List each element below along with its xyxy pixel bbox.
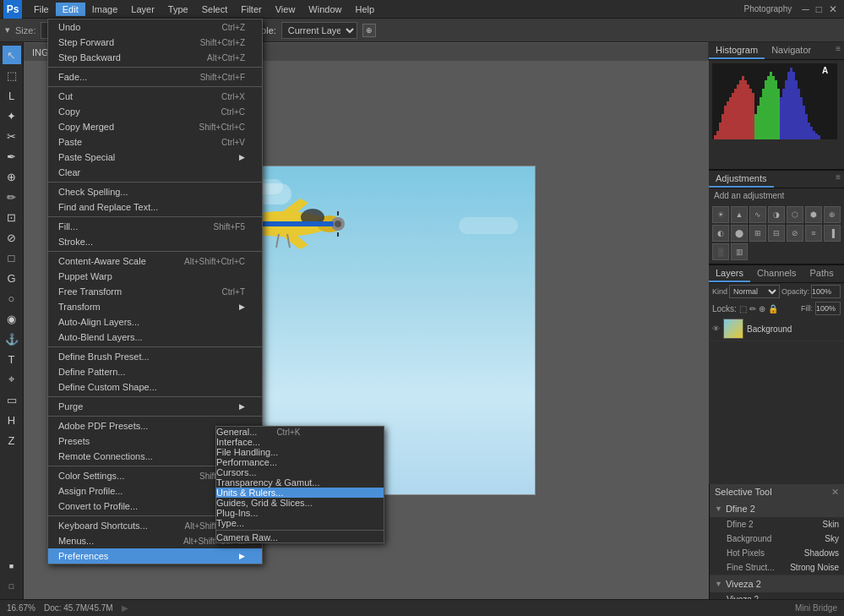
adjustments-options-btn[interactable]: ≡ — [832, 171, 844, 188]
menu-transform[interactable]: Transform ▶ — [48, 299, 262, 314]
menu-type[interactable]: Type — [161, 3, 195, 16]
tool-gradient[interactable]: G — [3, 269, 21, 287]
viveza2-header[interactable]: ▼ Viveza 2 — [710, 575, 844, 592]
menu-preferences[interactable]: Preferences ▶ — [48, 548, 262, 564]
restore-btn[interactable]: □ — [813, 3, 825, 15]
menu-undo[interactable]: Undo Ctrl+Z — [48, 19, 262, 35]
menu-copy[interactable]: Copy Ctrl+C — [48, 104, 262, 119]
tool-blur[interactable]: ○ — [3, 289, 21, 308]
tab-adjustments[interactable]: Adjustments — [709, 171, 774, 188]
levels-adj[interactable]: ▲ — [731, 206, 748, 223]
exposure-adj[interactable]: ◑ — [768, 206, 785, 223]
menu-layer[interactable]: Layer — [124, 3, 161, 16]
tab-channels[interactable]: Channels — [750, 265, 803, 282]
tool-healpatch[interactable]: ⊕ — [3, 167, 21, 186]
menu-auto-blend[interactable]: Auto-Blend Layers... — [48, 330, 262, 345]
tool-dodge[interactable]: ◉ — [3, 309, 21, 328]
tool-path[interactable]: ⌖ — [3, 370, 21, 389]
menu-paste[interactable]: Paste Ctrl+V — [48, 134, 262, 150]
threshold-adj[interactable]: ▐ — [824, 225, 841, 242]
tool-shape[interactable]: ▭ — [3, 390, 21, 409]
tool-eraser[interactable]: □ — [3, 248, 21, 267]
opacity-input[interactable] — [811, 285, 841, 298]
tab-histogram[interactable]: Histogram — [709, 42, 765, 59]
menu-free-transform[interactable]: Free Transform Ctrl+T — [48, 284, 262, 299]
tab-layers[interactable]: Layers — [709, 265, 750, 282]
tool-quickselect[interactable]: ✦ — [3, 106, 21, 125]
menu-purge[interactable]: Purge ▶ — [48, 399, 262, 414]
healing-mode-btn[interactable]: ⊕ — [362, 24, 376, 37]
menu-select[interactable]: Select — [195, 3, 235, 16]
tool-zoom[interactable]: Z — [3, 431, 21, 450]
menu-clear[interactable]: Clear — [48, 165, 262, 180]
menu-step-forward[interactable]: Step Forward Shift+Ctrl+Z — [48, 35, 262, 50]
menu-window[interactable]: Window — [302, 3, 348, 16]
menu-define-brush[interactable]: Define Brush Preset... — [48, 349, 262, 364]
pref-performance[interactable]: Performance... — [216, 457, 384, 467]
blend-mode-select[interactable]: Normal — [729, 285, 780, 298]
lock-all-btn[interactable]: 🔒 — [768, 304, 778, 313]
pref-units-rulers[interactable]: Units & Rulers... — [216, 488, 384, 498]
pref-guides-grid-slices[interactable]: Guides, Grid & Slices... — [216, 498, 384, 508]
tool-lasso[interactable]: L — [3, 86, 21, 105]
selectivecolor-adj[interactable]: ▥ — [731, 243, 748, 260]
histogram-options-btn[interactable]: ≡ — [832, 42, 844, 59]
menu-filter[interactable]: Filter — [234, 3, 268, 16]
menu-auto-align[interactable]: Auto-Align Layers... — [48, 314, 262, 330]
layer-row-1[interactable]: 👁 Background — [709, 317, 844, 341]
lock-transparent-btn[interactable]: ⬚ — [739, 304, 747, 313]
photofilter-adj[interactable]: ⬤ — [731, 225, 748, 242]
pref-camera-raw[interactable]: Camera Raw... — [216, 532, 384, 542]
colorlookup-adj[interactable]: ⊟ — [768, 225, 785, 242]
minimize-btn[interactable]: ─ — [798, 3, 813, 15]
tool-clone[interactable]: ⊡ — [3, 208, 21, 226]
menu-find-replace[interactable]: Find and Replace Text... — [48, 199, 262, 215]
brightness-contrast-adj[interactable]: ☀ — [712, 206, 729, 223]
gradient-adj[interactable]: ░ — [712, 243, 729, 260]
close-btn[interactable]: ✕ — [825, 3, 841, 15]
menu-content-aware-scale[interactable]: Content-Aware Scale Alt+Shift+Ctrl+C — [48, 253, 262, 269]
channelmixer-adj[interactable]: ⊞ — [749, 225, 766, 242]
menu-file[interactable]: File — [27, 3, 56, 16]
pref-cursors[interactable]: Cursors... — [216, 467, 384, 477]
lock-position-btn[interactable]: ⊕ — [759, 304, 765, 313]
bw-adj[interactable]: ◐ — [712, 225, 729, 242]
tool-foreground-color[interactable]: ■ — [3, 557, 21, 575]
menu-step-backward[interactable]: Step Backward Alt+Ctrl+Z — [48, 50, 262, 65]
posterize-adj[interactable]: ≡ — [805, 225, 822, 242]
tool-crop[interactable]: ✂ — [3, 127, 21, 145]
menu-copy-merged[interactable]: Copy Merged Shift+Ctrl+C — [48, 119, 262, 134]
menu-help[interactable]: Help — [348, 3, 381, 16]
menu-puppet-warp[interactable]: Puppet Warp — [48, 269, 262, 284]
menu-check-spelling[interactable]: Check Spelling... — [48, 184, 262, 199]
pref-interface[interactable]: Interface... — [216, 437, 384, 447]
tool-move[interactable]: ↖ — [3, 46, 21, 64]
menu-cut[interactable]: Cut Ctrl+X — [48, 89, 262, 104]
menu-edit[interactable]: Edit — [56, 3, 85, 16]
invert-adj[interactable]: ⊘ — [787, 225, 803, 242]
dfine2-header[interactable]: ▼ Dfine 2 — [710, 500, 844, 517]
hsl-adj[interactable]: ⬢ — [805, 206, 822, 223]
tool-pen[interactable]: ⚓ — [3, 330, 21, 348]
menu-image[interactable]: Image — [85, 3, 125, 16]
lock-pixels-btn[interactable]: ✏ — [749, 304, 756, 313]
layers-options-btn[interactable]: ≡ — [841, 265, 844, 282]
pref-transparency-gamut[interactable]: Transparency & Gamut... — [216, 477, 384, 488]
vibrance-adj[interactable]: ⬡ — [787, 206, 803, 223]
colorbalance-adj[interactable]: ⊕ — [824, 206, 841, 223]
tool-hand[interactable]: H — [3, 411, 21, 429]
size-dropdown-btn[interactable]: ▾ — [5, 25, 10, 35]
selective-tool-close[interactable]: ✕ — [831, 487, 839, 498]
menu-fill[interactable]: Fill... Shift+F5 — [48, 219, 262, 234]
sample-select[interactable]: Current Layer — [281, 22, 357, 39]
tab-navigator[interactable]: Navigator — [765, 42, 818, 59]
tool-marquee[interactable]: ⬚ — [3, 66, 21, 84]
menu-stroke[interactable]: Stroke... — [48, 234, 262, 249]
menu-define-custom-shape[interactable]: Define Custom Shape... — [48, 379, 262, 395]
tab-paths[interactable]: Paths — [803, 265, 841, 282]
tool-text[interactable]: T — [3, 350, 21, 368]
menu-define-pattern[interactable]: Define Pattern... — [48, 364, 262, 379]
pref-file-handling[interactable]: File Handling... — [216, 447, 384, 457]
layer-visibility-1[interactable]: 👁 — [712, 324, 720, 333]
selective-tool-header[interactable]: Selective Tool ✕ — [710, 484, 844, 500]
